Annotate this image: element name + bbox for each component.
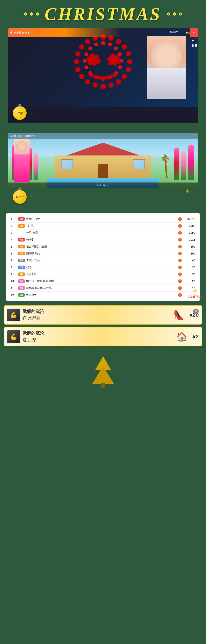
cheer-decoration: ★ CHEER <box>188 288 202 299</box>
rank-badge: 8富 <box>18 238 25 242</box>
table-row: 6 7富 旧亭的开始 200 <box>10 250 196 257</box>
svg-point-6 <box>126 67 131 72</box>
rank-number: 9 <box>11 273 17 276</box>
gift-card: 💪 觉醒的沉沦 送 别墅 🏠 x2 <box>4 327 202 346</box>
svg-point-49 <box>110 54 115 58</box>
user-name: 旧亭的开始 <box>26 252 177 255</box>
score-value: 3000 <box>183 224 195 228</box>
video-timer: 36s <box>186 31 190 34</box>
girl-photo <box>147 36 186 99</box>
snowflake-left-icon: ❄ ❄ ❄ <box>23 11 40 17</box>
rank-badge: 3富 <box>18 224 25 228</box>
score-value: 30 <box>183 273 195 276</box>
gift-info: 觉醒的沉沦 送 水晶鞋 <box>22 308 169 321</box>
svg-point-14 <box>75 67 80 72</box>
noel-dots: • • • • <box>28 195 39 198</box>
house-container: 🌴 【同闯公敌」 最近的的路 返回/更往↑ <box>8 133 198 188</box>
score-value: 1015 <box>183 238 195 241</box>
gift-item-image: 🏠 <box>175 330 189 344</box>
score-value: 30 <box>183 266 195 269</box>
score-icon <box>178 259 182 262</box>
video-progress: 200/400 <box>170 31 178 34</box>
table-row: 9 7富 老马1号 30 <box>10 271 196 278</box>
score-icon <box>178 280 182 283</box>
table-row: 4 8富 色奇】 1015 <box>10 236 196 243</box>
score-value: 2000 <box>183 231 195 234</box>
gift-avatar: 💪 <box>7 308 20 322</box>
page-title: CHRISTMAS <box>44 4 161 24</box>
gift-close-button[interactable]: ✕ <box>193 308 199 314</box>
video-side-text: 水↑ 想着 <box>192 38 197 48</box>
table-row: 10 伯爵 山中无一物何处惹尘埃 20 <box>10 278 196 285</box>
video-help-button[interactable]: 助 <box>190 28 198 37</box>
joy-dots: • • • • <box>28 112 39 115</box>
user-name: 专属小丫头 <box>26 259 177 262</box>
score-value: 300 <box>183 245 195 248</box>
svg-point-17 <box>79 44 84 50</box>
user-name: _好羊. <box>26 224 177 228</box>
gift-item-icon: 🏠 <box>176 332 187 342</box>
rank-number: 1 <box>11 218 17 220</box>
cheer-star-icon: ★ <box>193 288 197 294</box>
score-icon <box>178 245 182 248</box>
svg-point-35 <box>94 42 98 46</box>
table-row: 11 4富 老奶骑着乌龟去相亲。 10 <box>10 285 196 292</box>
svg-point-13 <box>79 74 84 79</box>
svg-point-51 <box>93 74 97 78</box>
table-row: 8 公爵 稍等........ 30 <box>10 264 196 271</box>
svg-point-16 <box>75 51 80 56</box>
leaderboard-table: 1 9富 觉醒的沉沦 37610 2 3富 _好羊. 3000 3 公爵 無意 … <box>10 216 196 298</box>
rank-badge: 9富 <box>18 217 25 221</box>
svg-point-4 <box>126 51 131 56</box>
user-name: 福吉♪唱歌小主播 <box>26 245 177 248</box>
rank-number: 12 <box>11 294 17 296</box>
svg-point-5 <box>127 59 132 64</box>
table-row: 12 6富 ❤李唐❤ 5 <box>10 292 196 298</box>
gift-description: 送 别墅 <box>22 337 173 343</box>
gift-description: 送 水晶鞋 <box>22 315 169 321</box>
svg-point-18 <box>85 39 90 44</box>
score-value: 20 <box>183 280 195 283</box>
house-top-bar: 【同闯公敌」 最近的的路 <box>8 133 198 139</box>
svg-point-54 <box>105 76 109 80</box>
palm-tree-icon: 🌴 <box>165 154 167 178</box>
rank-number: 4 <box>11 238 17 241</box>
user-name: ❤李唐❤ <box>26 293 177 297</box>
christmas-tree-icon <box>91 356 115 388</box>
gift-item-icon: 👠 <box>173 310 184 320</box>
house-section: 🌴 【同闯公敌」 最近的的路 返回/更往↑ ✦ Noel • • • • <box>8 133 198 201</box>
rank-number: 2 <box>11 224 17 228</box>
svg-point-12 <box>85 79 90 84</box>
gift-item-image: 👠 <box>172 308 186 322</box>
svg-point-47 <box>108 60 113 65</box>
gift-section: 💪 觉醒的沉沦 送 水晶鞋 👠 x20 ✕ 💪 觉醒的沉沦 送 别墅 🏠 x2 <box>4 305 202 346</box>
joy-label: Joy <box>16 111 23 115</box>
svg-point-42 <box>90 54 95 58</box>
svg-point-56 <box>113 72 117 77</box>
user-name: 稍等........ <box>26 266 177 269</box>
score-icon <box>178 231 182 234</box>
svg-point-7 <box>122 74 127 79</box>
svg-point-31 <box>84 65 88 69</box>
rank-number: 11 <box>11 286 17 290</box>
svg-point-22 <box>114 46 118 50</box>
svg-point-33 <box>84 52 88 56</box>
table-row: 1 9富 觉醒的沉沦 37610 <box>10 216 196 222</box>
gift-sender: 觉醒的沉沦 <box>22 330 173 336</box>
noel-label: Noel <box>16 195 23 199</box>
svg-point-10 <box>100 84 106 89</box>
score-icon <box>178 266 182 269</box>
house-bottom-bar: 返回/更往↑ <box>8 182 198 188</box>
video-container: 冲 内积达400↑ 们 200/400 36s 助 水↑ 想着 <box>8 28 198 107</box>
snowflake-right-icon: ❄ ❄ ❄ <box>166 11 183 17</box>
rank-badge: 7富 <box>18 252 25 255</box>
user-name: 山中无一物何处惹尘埃 <box>26 280 177 283</box>
page-header: ❄ ❄ ❄ CHRISTMAS ❄ ❄ ❄ <box>0 0 206 26</box>
user-name: 老奶骑着乌龟去相亲。 <box>26 286 177 290</box>
svg-point-40 <box>88 60 93 65</box>
noel-ornament-wrap: Noel • • • • <box>8 189 198 201</box>
svg-point-2 <box>116 39 121 44</box>
score-icon <box>178 272 182 276</box>
score-icon <box>178 293 182 297</box>
svg-point-53 <box>101 76 105 80</box>
